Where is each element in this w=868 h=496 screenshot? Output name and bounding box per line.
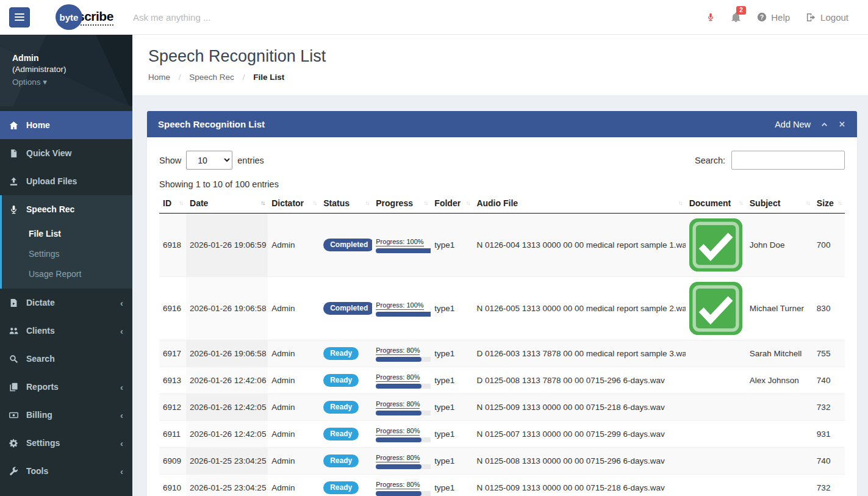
- sidebar-item-speech-rec[interactable]: Speech Rec: [2, 195, 132, 223]
- cell-folder: type1: [431, 421, 473, 448]
- sidebar-item-tools[interactable]: Tools‹: [0, 457, 132, 485]
- cell-status: Ready: [320, 394, 372, 421]
- cell-subject: Sarah Mitchell: [746, 340, 813, 367]
- table-row[interactable]: 69092026-01-25 23:04:25AdminReadyProgres…: [159, 448, 845, 475]
- column-header-progress[interactable]: ↑↓Progress: [372, 194, 431, 214]
- sidebar-item-dictate[interactable]: Dictate‹: [0, 289, 132, 317]
- progress-bar: [376, 357, 431, 362]
- chevron-left-icon: ‹: [120, 382, 123, 392]
- sidebar-item-label: Reports: [26, 382, 59, 392]
- column-header-audio-file[interactable]: ↑↓Audio File: [473, 194, 685, 214]
- home-icon: [9, 121, 18, 130]
- cell-size: 740: [813, 367, 845, 394]
- cell-document: [686, 367, 746, 394]
- document-check-icon[interactable]: [689, 218, 742, 271]
- logout-button[interactable]: Logout: [806, 12, 848, 23]
- cell-audio-file: N 0126-005 1313 0000 00 00 medical repor…: [473, 277, 685, 340]
- table-row[interactable]: 69122026-01-26 12:42:05AdminReadyProgres…: [159, 394, 845, 421]
- cell-subject: [746, 448, 813, 475]
- table-row[interactable]: 69102026-01-25 23:04:25AdminReadyProgres…: [159, 475, 845, 496]
- sort-icon: ↑↓: [365, 199, 368, 206]
- microphone-icon[interactable]: [706, 13, 715, 21]
- sidebar-item-label: Home: [26, 120, 50, 130]
- cell-folder: type1: [431, 340, 473, 367]
- progress-label: Progress: 80%: [376, 400, 420, 409]
- table-row[interactable]: 69112026-01-26 12:42:05AdminReadyProgres…: [159, 421, 845, 448]
- ask-me-anything-input[interactable]: [133, 12, 328, 23]
- table-row[interactable]: 69172026-01-26 19:06:58AdminReadyProgres…: [159, 340, 845, 367]
- table-row[interactable]: 69182026-01-26 19:06:59AdminCompletedPro…: [159, 214, 845, 277]
- cell-subject: Michael Turner: [746, 277, 813, 340]
- sidebar-item-reports[interactable]: Reports‹: [0, 373, 132, 401]
- wrench-icon: [9, 467, 18, 476]
- sidebar-item-upload-files[interactable]: Upload Files: [0, 167, 132, 195]
- column-header-id[interactable]: ↑↓ID: [159, 194, 186, 214]
- table-row[interactable]: 69162026-01-26 19:06:58AdminCompletedPro…: [159, 277, 845, 340]
- table-row[interactable]: 69132026-01-26 12:42:06AdminReadyProgres…: [159, 367, 845, 394]
- cell-progress: Progress: 100%: [372, 214, 431, 277]
- cell-progress: Progress: 80%: [372, 421, 431, 448]
- cell-document: [686, 214, 746, 277]
- column-header-folder[interactable]: ↑↓Folder: [431, 194, 473, 214]
- status-badge: Ready: [323, 347, 359, 360]
- column-header-dictator[interactable]: ↑↓Dictator: [268, 194, 320, 214]
- column-header-document[interactable]: ↑↓Document: [686, 194, 746, 214]
- search-label: Search:: [695, 156, 725, 165]
- cell-status: Ready: [320, 340, 372, 367]
- notifications-bell[interactable]: 2: [731, 12, 741, 23]
- sidebar-item-quick-view[interactable]: Quick View: [0, 139, 132, 167]
- table-header-row: ↑↓ID↑↓Date↑↓Dictator↑↓Status↑↓Progress↑↓…: [159, 194, 845, 214]
- cell-audio-file: N 0125-009 1313 0000 00 00 0715-218 6-da…: [473, 394, 685, 421]
- progress-bar: [376, 248, 431, 253]
- collapse-chevron-up-icon[interactable]: [820, 120, 828, 128]
- cell-date: 2026-01-26 19:06:58: [186, 340, 268, 367]
- sidebar-item-label: Billing: [26, 410, 52, 420]
- cell-subject: [746, 475, 813, 496]
- progress-bar-fill: [376, 384, 421, 389]
- sidebar-item-clients[interactable]: Clients‹: [0, 317, 132, 345]
- logout-icon: [806, 12, 816, 23]
- progress-bar-fill: [376, 357, 421, 362]
- chevron-left-icon: ‹: [120, 466, 123, 476]
- progress-label: Progress: 80%: [376, 427, 420, 436]
- chevron-left-icon: ‹: [120, 438, 123, 448]
- sidebar-item-settings[interactable]: Settings‹: [0, 429, 132, 457]
- close-icon[interactable]: [838, 120, 846, 128]
- document-check-icon[interactable]: [689, 282, 742, 335]
- sidebar-item-billing[interactable]: Billing‹: [0, 401, 132, 429]
- status-badge: Ready: [323, 374, 359, 387]
- progress-label: Progress: 80%: [376, 454, 420, 462]
- cell-audio-file: N 0125-007 1313 0000 00 00 0715-299 6-da…: [473, 421, 685, 448]
- progress-label: Progress: 80%: [376, 373, 420, 382]
- help-label: Help: [771, 12, 790, 23]
- table-search-input[interactable]: [731, 151, 845, 170]
- page-length-select[interactable]: 10: [186, 151, 232, 170]
- breadcrumb-speech-rec[interactable]: Speech Rec: [189, 73, 234, 82]
- add-new-button[interactable]: Add New: [775, 120, 811, 129]
- cell-document: [686, 475, 746, 496]
- cell-date: 2026-01-25 23:04:25: [186, 448, 268, 475]
- column-header-status[interactable]: ↑↓Status: [320, 194, 372, 214]
- options-dropdown[interactable]: Options ▾: [12, 77, 120, 87]
- sidebar-toggle-button[interactable]: [9, 7, 30, 27]
- sidebar-subitem-usage-report[interactable]: Usage Report: [2, 264, 132, 284]
- cell-folder: type1: [431, 367, 473, 394]
- progress-bar-fill: [376, 464, 421, 469]
- cell-size: 700: [813, 214, 845, 277]
- sidebar-item-label: Settings: [26, 438, 60, 448]
- sidebar-item-search[interactable]: Search: [0, 345, 132, 373]
- column-header-subject[interactable]: ↑↓Subject: [746, 194, 813, 214]
- sort-icon: ↑↓: [806, 199, 809, 206]
- sort-icon: ↑↓: [838, 199, 841, 206]
- cell-subject: Alex Johnson: [746, 367, 813, 394]
- breadcrumb-home[interactable]: Home: [148, 73, 170, 82]
- sidebar-item-home[interactable]: Home: [0, 111, 132, 139]
- column-header-date[interactable]: ↑↓Date: [186, 194, 268, 214]
- cell-progress: Progress: 80%: [372, 448, 431, 475]
- sidebar-subitem-settings[interactable]: Settings: [2, 243, 132, 264]
- column-header-size[interactable]: ↑↓Size: [813, 194, 845, 214]
- cell-document: [686, 394, 746, 421]
- bytescribe-logo[interactable]: byte scribe: [56, 4, 113, 30]
- sidebar-subitem-file-list[interactable]: File List: [2, 223, 132, 243]
- help-button[interactable]: ? Help: [757, 12, 790, 23]
